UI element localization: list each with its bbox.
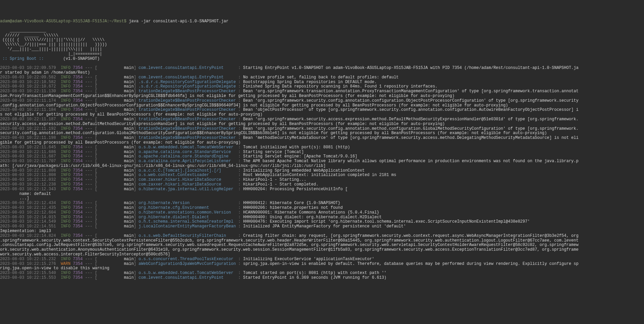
log-continuation: .consultantapi.config.JwtRequestFilter@5… — [0, 243, 644, 248]
log-continuation: ion.ProxyTransactionManagementConfigurat… — [0, 94, 644, 99]
log-line: 2023-08-03 10:22:11.808 INFO 7354 --- [ … — [0, 169, 644, 173]
log-line: 2023-08-03 10:22:11.187 INFO 7354 --- [ … — [0, 117, 644, 122]
log-continuation: Implementation: impl3 — [0, 229, 644, 234]
log-line: 2023-08-03 10:22:12.238 INFO 7354 --- [ … — [0, 182, 644, 187]
log-continuation: security.access.expression.method.Defaul… — [0, 122, 644, 127]
log-line: 2023-08-03 10:22:14.824 INFO 7354 --- [ … — [0, 234, 644, 239]
log-line: 2023-08-03 10:22:11.707 INFO 7354 --- [ … — [0, 159, 644, 164]
log-line: 2023-08-03 10:22:15.553 INFO 7354 --- [ … — [0, 276, 644, 280]
log-continuation: ath: [/usr/java/packages/lib:/usr/lib/x8… — [0, 164, 644, 169]
log-line: 2023-08-03 10:22:15.540 INFO 7354 --- [ … — [0, 271, 644, 276]
terminal-output[interactable]: adam@adam-VivoBook-ASUSLaptop-X515JAB-F5… — [0, 19, 644, 280]
log-line: 2023-08-03 10:22:12.434 INFO 7354 --- [ … — [0, 201, 644, 206]
log-line: 2023-08-03 10:22:15.232 INFO 7354 --- [ … — [0, 257, 644, 262]
log-continuation: ork.security.web.authentication.Anonymou… — [0, 248, 644, 252]
spring-boot-banner: :: Spring Boot :: (v1.0-SNAPSHOT) — [0, 57, 644, 61]
log-line: 2023-08-03 10:22:12.032 INFO 7354 --- [ … — [0, 178, 644, 182]
log-line: 2023-08-03 10:22:14.015 INFO 7354 --- [ … — [0, 215, 644, 220]
log-line: 2023-08-03 10:22:14.551 INFO 7354 --- [ … — [0, 224, 644, 229]
ascii-art-line: |_|==========| — [0, 52, 644, 57]
log-line: 2023-08-03 10:22:11.808 INFO 7354 --- [ … — [0, 173, 644, 178]
log-continuation: gible for getting processed by all BeanP… — [0, 141, 644, 145]
log-line: 2023-08-03 10:22:11.130 INFO 7354 --- [ … — [0, 89, 644, 94]
log-line: 2023-08-03 10:22:12.343 INFO 7354 --- [ … — [0, 187, 644, 192]
log-line: 2023-08-03 10:22:14.549 INFO 7354 --- [ … — [0, 220, 644, 224]
log-line: 2023-08-03 10:22:10.672 INFO 7354 --- [ … — [0, 84, 644, 89]
log-line: 2023-08-03 10:22:11.198 INFO 7354 --- [ … — [0, 136, 644, 141]
ascii-art-line: \\\\\\__//||||=== ||| |||||||||||| ))))) — [0, 43, 644, 47]
log-line: 2023-08-03 10:22:12.435 INFO 7354 --- [ … — [0, 206, 644, 210]
log-line: 2023-08-03 10:22:11.686 INFO 7354 --- [ … — [0, 150, 644, 155]
log-line: 2023-08-03 10:22:12.604 INFO 7354 --- [ … — [0, 210, 644, 215]
log-line: 2023-08-03 10:22:09.582 INFO 7354 --- [ … — [0, 75, 644, 80]
ascii-art-line: ((((( ( \\\\\\///|||'|||'\\\|||// \\\\\ — [0, 38, 644, 43]
log-line: 2023-08-03 10:22:10.582 INFO 7354 --- [ … — [0, 80, 644, 85]
ascii-art-line: _______________ — [0, 29, 644, 33]
log-continuation: name: default — [0, 192, 644, 197]
log-line: 2023-08-03 10:22:15.276 WARN 7354 --- [ … — [0, 262, 644, 267]
log-continuation: work.security.web.access.intercept.Filte… — [0, 252, 644, 257]
log-continuation: .config.annotation.configuration.ObjectP… — [0, 103, 644, 108]
log-line: 2023-08-03 10:22:11.687 INFO 7354 --- [ … — [0, 154, 644, 159]
shell-prompt-line: adam@adam-VivoBook-ASUSLaptop-X515JAB-F5… — [0, 19, 644, 24]
log-line: 2023-08-03 10:22:09.579 INFO 7354 --- [ … — [0, 66, 644, 71]
log-line: 2023-08-03 10:22:11.645 INFO 7354 --- [ … — [0, 145, 644, 150]
log-continuation: security.config.annotation.method.config… — [0, 131, 644, 136]
log-continuation: ...] — [0, 196, 644, 201]
log-continuation: r started by adam in /home/adam/Rest) — [0, 71, 644, 75]
log-line: 2023-08-03 10:22:11.174 INFO 7354 --- [ … — [0, 99, 644, 103]
log-line: 2023-08-03 10:22:11.192 INFO 7354 --- [ … — [0, 127, 644, 131]
log-continuation: .springframework.security.web.context.Se… — [0, 239, 644, 243]
log-line: 2023-08-03 10:22:11.184 INFO 7354 --- [ … — [0, 108, 644, 113]
ascii-art-line: '/___||||-___||||-|||||||\\\||| ||||| — [0, 47, 644, 52]
ascii-art-line: ////// ______ \\\\\\ — [0, 33, 644, 38]
log-continuation: ring.jpa.open-in-view to disable this wa… — [0, 266, 644, 271]
log-continuation: s not eligible for getting processed by … — [0, 113, 644, 117]
